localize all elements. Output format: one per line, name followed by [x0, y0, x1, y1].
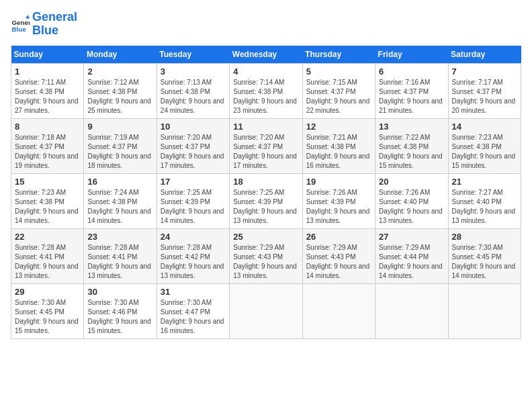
day-info: Sunrise: 7:15 AMSunset: 4:37 PMDaylight:…	[306, 79, 370, 114]
day-info: Sunrise: 7:25 AMSunset: 4:39 PMDaylight:…	[161, 189, 224, 224]
day-cell-2: 2 Sunrise: 7:12 AMSunset: 4:38 PMDayligh…	[84, 63, 157, 118]
day-number: 19	[306, 177, 371, 187]
day-number: 16	[87, 177, 152, 187]
day-info: Sunrise: 7:18 AMSunset: 4:37 PMDaylight:…	[15, 134, 79, 169]
weekday-header-tuesday: Tuesday	[157, 46, 229, 64]
day-cell-6: 6 Sunrise: 7:16 AMSunset: 4:37 PMDayligh…	[375, 63, 448, 118]
svg-text:Blue: Blue	[11, 26, 26, 33]
day-number: 26	[306, 232, 371, 242]
day-info: Sunrise: 7:21 AMSunset: 4:38 PMDaylight:…	[306, 134, 370, 169]
day-number: 20	[379, 177, 444, 187]
empty-cell	[448, 283, 521, 338]
day-info: Sunrise: 7:26 AMSunset: 4:39 PMDaylight:…	[306, 189, 370, 224]
day-number: 6	[379, 66, 444, 77]
day-number: 23	[87, 232, 152, 242]
page-header: General Blue GeneralBlue	[11, 11, 521, 38]
day-number: 30	[87, 287, 152, 297]
day-info: Sunrise: 7:11 AMSunset: 4:38 PMDaylight:…	[15, 79, 79, 114]
day-cell-14: 14 Sunrise: 7:23 AMSunset: 4:38 PMDaylig…	[448, 118, 521, 173]
day-cell-8: 8 Sunrise: 7:18 AMSunset: 4:37 PMDayligh…	[11, 118, 84, 173]
weekday-header-thursday: Thursday	[302, 46, 375, 64]
empty-cell	[230, 283, 302, 338]
day-number: 25	[233, 232, 298, 242]
day-number: 14	[452, 122, 517, 132]
day-cell-23: 23 Sunrise: 7:28 AMSunset: 4:41 PMDaylig…	[84, 228, 157, 283]
day-info: Sunrise: 7:28 AMSunset: 4:41 PMDaylight:…	[87, 244, 151, 279]
day-number: 8	[15, 122, 80, 132]
day-cell-19: 19 Sunrise: 7:26 AMSunset: 4:39 PMDaylig…	[302, 173, 375, 228]
day-info: Sunrise: 7:30 AMSunset: 4:47 PMDaylight:…	[161, 299, 224, 334]
calendar-table: SundayMondayTuesdayWednesdayThursdayFrid…	[11, 46, 521, 339]
day-number: 4	[233, 66, 298, 77]
day-number: 17	[161, 177, 226, 187]
logo-text: GeneralBlue	[32, 11, 77, 38]
day-info: Sunrise: 7:26 AMSunset: 4:40 PMDaylight:…	[379, 189, 443, 224]
day-cell-15: 15 Sunrise: 7:23 AMSunset: 4:38 PMDaylig…	[11, 173, 84, 228]
day-info: Sunrise: 7:24 AMSunset: 4:38 PMDaylight:…	[87, 189, 151, 224]
day-number: 15	[15, 177, 80, 187]
day-info: Sunrise: 7:27 AMSunset: 4:40 PMDaylight:…	[452, 189, 516, 224]
day-info: Sunrise: 7:20 AMSunset: 4:37 PMDaylight:…	[161, 134, 224, 169]
day-info: Sunrise: 7:22 AMSunset: 4:38 PMDaylight:…	[379, 134, 443, 169]
day-cell-25: 25 Sunrise: 7:29 AMSunset: 4:43 PMDaylig…	[230, 228, 302, 283]
day-number: 1	[15, 66, 80, 77]
day-number: 21	[452, 177, 517, 187]
day-cell-9: 9 Sunrise: 7:19 AMSunset: 4:37 PMDayligh…	[84, 118, 157, 173]
day-number: 11	[233, 122, 298, 132]
day-number: 9	[87, 122, 152, 132]
day-cell-12: 12 Sunrise: 7:21 AMSunset: 4:38 PMDaylig…	[302, 118, 375, 173]
day-info: Sunrise: 7:30 AMSunset: 4:46 PMDaylight:…	[87, 299, 151, 334]
day-cell-31: 31 Sunrise: 7:30 AMSunset: 4:47 PMDaylig…	[157, 283, 229, 338]
day-number: 28	[452, 232, 517, 242]
day-info: Sunrise: 7:29 AMSunset: 4:43 PMDaylight:…	[306, 244, 370, 279]
day-cell-10: 10 Sunrise: 7:20 AMSunset: 4:37 PMDaylig…	[157, 118, 229, 173]
weekday-header-sunday: Sunday	[11, 46, 84, 64]
weekday-header-friday: Friday	[375, 46, 448, 64]
day-cell-28: 28 Sunrise: 7:30 AMSunset: 4:45 PMDaylig…	[448, 228, 521, 283]
day-info: Sunrise: 7:25 AMSunset: 4:39 PMDaylight:…	[233, 189, 297, 224]
weekday-header-saturday: Saturday	[448, 46, 521, 64]
day-info: Sunrise: 7:23 AMSunset: 4:38 PMDaylight:…	[452, 134, 516, 169]
day-info: Sunrise: 7:30 AMSunset: 4:45 PMDaylight:…	[452, 244, 516, 279]
day-number: 31	[161, 287, 226, 297]
day-cell-11: 11 Sunrise: 7:20 AMSunset: 4:37 PMDaylig…	[230, 118, 302, 173]
day-cell-4: 4 Sunrise: 7:14 AMSunset: 4:38 PMDayligh…	[230, 63, 302, 118]
day-cell-21: 21 Sunrise: 7:27 AMSunset: 4:40 PMDaylig…	[448, 173, 521, 228]
day-number: 29	[15, 287, 80, 297]
day-cell-5: 5 Sunrise: 7:15 AMSunset: 4:37 PMDayligh…	[302, 63, 375, 118]
week-row-3: 15 Sunrise: 7:23 AMSunset: 4:38 PMDaylig…	[11, 173, 521, 228]
day-cell-17: 17 Sunrise: 7:25 AMSunset: 4:39 PMDaylig…	[157, 173, 229, 228]
weekday-header-wednesday: Wednesday	[230, 46, 302, 64]
day-cell-1: 1 Sunrise: 7:11 AMSunset: 4:38 PMDayligh…	[11, 63, 84, 118]
weekday-header-monday: Monday	[84, 46, 157, 64]
day-info: Sunrise: 7:16 AMSunset: 4:37 PMDaylight:…	[379, 79, 443, 114]
day-number: 13	[379, 122, 444, 132]
day-cell-16: 16 Sunrise: 7:24 AMSunset: 4:38 PMDaylig…	[84, 173, 157, 228]
day-cell-24: 24 Sunrise: 7:28 AMSunset: 4:42 PMDaylig…	[157, 228, 229, 283]
day-number: 18	[233, 177, 298, 187]
day-info: Sunrise: 7:30 AMSunset: 4:45 PMDaylight:…	[15, 299, 79, 334]
day-info: Sunrise: 7:28 AMSunset: 4:41 PMDaylight:…	[15, 244, 79, 279]
day-cell-27: 27 Sunrise: 7:29 AMSunset: 4:44 PMDaylig…	[375, 228, 448, 283]
svg-marker-2	[26, 15, 30, 19]
logo-icon: General Blue	[11, 15, 30, 34]
day-cell-22: 22 Sunrise: 7:28 AMSunset: 4:41 PMDaylig…	[11, 228, 84, 283]
logo: General Blue GeneralBlue	[11, 11, 77, 38]
day-number: 10	[161, 122, 226, 132]
day-info: Sunrise: 7:29 AMSunset: 4:44 PMDaylight:…	[379, 244, 443, 279]
day-cell-26: 26 Sunrise: 7:29 AMSunset: 4:43 PMDaylig…	[302, 228, 375, 283]
day-info: Sunrise: 7:28 AMSunset: 4:42 PMDaylight:…	[161, 244, 224, 279]
day-info: Sunrise: 7:14 AMSunset: 4:38 PMDaylight:…	[233, 79, 297, 114]
week-row-2: 8 Sunrise: 7:18 AMSunset: 4:37 PMDayligh…	[11, 118, 521, 173]
day-number: 3	[161, 66, 226, 77]
day-number: 22	[15, 232, 80, 242]
day-number: 27	[379, 232, 444, 242]
day-info: Sunrise: 7:20 AMSunset: 4:37 PMDaylight:…	[233, 134, 297, 169]
day-info: Sunrise: 7:13 AMSunset: 4:38 PMDaylight:…	[161, 79, 224, 114]
day-number: 24	[161, 232, 226, 242]
day-info: Sunrise: 7:29 AMSunset: 4:43 PMDaylight:…	[233, 244, 297, 279]
day-number: 5	[306, 66, 371, 77]
empty-cell	[375, 283, 448, 338]
day-cell-13: 13 Sunrise: 7:22 AMSunset: 4:38 PMDaylig…	[375, 118, 448, 173]
day-number: 7	[452, 66, 517, 77]
